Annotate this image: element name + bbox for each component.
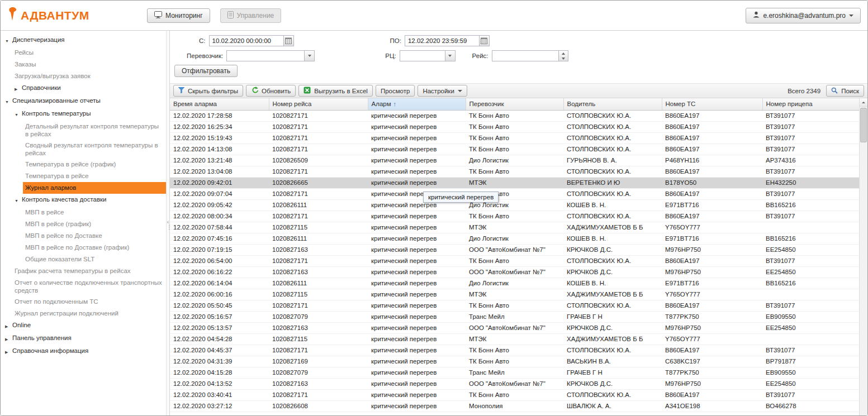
monitoring-button[interactable]: Мониторинг — [147, 8, 210, 23]
chevron-right-icon[interactable]: ▶ — [5, 334, 12, 343]
chevron-down-icon[interactable]: ▼ — [5, 36, 12, 45]
sidebar-item[interactable]: ▶Online — [1, 319, 166, 332]
quantity-stepper[interactable] — [559, 50, 568, 61]
table-cell — [762, 333, 859, 345]
table-row[interactable]: 12.02.2020 04:31:391020827169критический… — [170, 356, 859, 367]
table-cell: 12.02.2020 09:42:01 — [170, 177, 269, 188]
sidebar-item[interactable]: ▶Панель управления — [1, 332, 166, 345]
export-excel-button[interactable]: Выгрузить в Excel — [298, 85, 373, 97]
table-row[interactable]: 12.02.2020 08:00:341020827171критический… — [170, 211, 859, 222]
rc-combo-input[interactable] — [400, 50, 445, 61]
table-cell: критический перегрев — [368, 132, 466, 144]
management-button[interactable]: Управление — [220, 8, 282, 23]
chevron-right-icon[interactable]: ▶ — [5, 321, 12, 331]
table-row[interactable]: 12.02.2020 04:54:281020827115критический… — [170, 333, 859, 345]
user-menu-button[interactable]: e.eroshkina@advantum.pro — [746, 8, 861, 23]
column-header[interactable]: Перевозчик — [466, 98, 563, 110]
carrier-combo-input[interactable] — [226, 50, 305, 61]
hide-filters-button[interactable]: Скрыть фильтры — [173, 85, 243, 97]
spinner-up-icon[interactable] — [559, 51, 568, 56]
date-to-input[interactable] — [405, 35, 480, 46]
table-row[interactable]: 12.02.2020 07:45:161020826111критический… — [170, 233, 859, 244]
table-row[interactable]: 12.02.2020 07:19:151020827163критический… — [170, 244, 859, 255]
column-header[interactable]: Водитель — [563, 98, 662, 110]
sidebar-item[interactable]: Детальный результат контроля температуры… — [1, 121, 166, 140]
sidebar-item[interactable]: МВП в рейсе по Доставке — [1, 230, 166, 242]
table-row[interactable]: 12.02.2020 16:25:341020827171критический… — [170, 121, 859, 132]
trip-number-input[interactable] — [492, 50, 559, 61]
sidebar-item[interactable]: Температура в рейсе — [1, 170, 166, 182]
apply-filter-button[interactable]: Отфильтровать — [174, 65, 238, 77]
logo-text: АДВАНТУМ — [21, 9, 89, 22]
collapse-left-icon[interactable]: ‹⋮ — [167, 219, 169, 229]
table-row[interactable]: 12.02.2020 17:28:581020827171критический… — [170, 110, 859, 121]
table-row[interactable]: 12.02.2020 06:00:161020827115критический… — [170, 289, 859, 300]
date-from-input[interactable] — [209, 35, 284, 46]
column-header[interactable]: Номер ТС — [662, 98, 762, 110]
sidebar-item[interactable]: Температура в рейсе (график) — [1, 159, 166, 170]
table-row[interactable]: 12.02.2020 13:04:081020827171критический… — [170, 166, 859, 177]
chevron-down-icon[interactable] — [445, 50, 456, 61]
chevron-down-icon[interactable] — [305, 50, 315, 61]
sidebar-item-label: Специализированные отчеты — [12, 97, 163, 104]
sidebar-item[interactable]: График расчета температуры в рейсах — [1, 265, 166, 277]
spinner-down-icon[interactable] — [559, 56, 568, 61]
table-row[interactable]: 12.02.2020 03:40:411020827171критический… — [170, 389, 859, 400]
sidebar-item[interactable]: Заказы — [1, 59, 166, 70]
sidebar-item[interactable]: Отчет по подключенным ТС — [1, 296, 166, 308]
scroll-up-icon[interactable] — [860, 98, 867, 107]
table-row[interactable]: 12.02.2020 06:16:221020827163критический… — [170, 266, 859, 278]
monitoring-button-label: Мониторинг — [165, 12, 203, 20]
table-row[interactable]: 12.02.2020 14:13:081020827171критический… — [170, 144, 859, 155]
sidebar-item[interactable]: ▶Справочники — [1, 82, 166, 95]
sidebar-item[interactable]: ▼Диспетчеризация — [1, 34, 166, 47]
calendar-icon[interactable] — [480, 35, 490, 46]
view-button[interactable]: Просмотр — [376, 85, 415, 97]
calendar-icon[interactable] — [284, 35, 294, 46]
refresh-button[interactable]: Обновить — [246, 85, 296, 97]
table-row[interactable]: 12.02.2020 09:42:011020826665критический… — [170, 177, 859, 188]
sidebar-item[interactable]: ▼Контроль температуры — [1, 108, 166, 121]
sidebar-item[interactable]: ▼Специализированные отчеты — [1, 95, 166, 108]
column-header[interactable]: Номер рейса — [269, 98, 368, 110]
table-row[interactable]: 12.02.2020 09:07:041020827171критический… — [170, 188, 859, 199]
chevron-right-icon[interactable]: ▶ — [15, 84, 22, 93]
chevron-down-icon[interactable]: ▼ — [15, 109, 22, 119]
table-row[interactable]: 12.02.2020 05:50:451020827171критический… — [170, 300, 859, 311]
sidebar-item[interactable]: Сводный результат контроля температуры в… — [1, 140, 166, 159]
sidebar-item[interactable]: Журнал регистрации подключений — [1, 308, 166, 319]
sidebar-item[interactable]: МВП в рейсе по Доставке (график) — [1, 242, 166, 254]
column-header[interactable]: Аларм↑ — [368, 98, 466, 110]
sidebar-item[interactable]: МВП в рейсе (график) — [1, 218, 166, 230]
search-button[interactable]: Поиск — [826, 85, 864, 97]
table-row[interactable]: 12.02.2020 04:15:281020827079критический… — [170, 367, 859, 378]
settings-button[interactable]: Настройки — [418, 85, 467, 97]
sidebar-item[interactable]: Общие показатели SLT — [1, 254, 166, 265]
sidebar-item[interactable]: МВП в рейсе — [1, 207, 166, 218]
chevron-down-icon[interactable]: ▼ — [15, 195, 22, 205]
table-row[interactable]: 12.02.2020 03:27:121020826608критический… — [170, 400, 859, 412]
table-row[interactable]: 12.02.2020 13:21:481020826509критический… — [170, 155, 859, 166]
sidebar-item[interactable]: Рейсы — [1, 47, 166, 59]
chevron-right-icon[interactable]: ▶ — [5, 347, 12, 356]
sidebar-item[interactable]: ▼Контроль качества доставки — [1, 194, 166, 207]
table-row[interactable]: 12.02.2020 04:45:371020827171критический… — [170, 345, 859, 356]
sidebar-item[interactable]: ▶Справочная информация — [1, 345, 166, 358]
table-row[interactable]: 12.02.2020 09:05:421020826111критический… — [170, 199, 859, 211]
table-row[interactable]: 12.02.2020 06:14:041020826111критический… — [170, 278, 859, 289]
sidebar-item[interactable]: Загрузка/выгрузка заявок — [1, 70, 166, 82]
scrollbar-thumb[interactable] — [860, 108, 867, 142]
table-row[interactable]: 12.02.2020 04:13:521020827163критический… — [170, 378, 859, 389]
vertical-scrollbar[interactable] — [859, 98, 867, 415]
sidebar-item[interactable]: Отчет о количестве подключенных транспор… — [1, 277, 166, 296]
sidebar-splitter[interactable]: ‹⋮ — [166, 31, 170, 415]
table-row[interactable]: 12.02.2020 05:13:571020827163критический… — [170, 322, 859, 333]
table-row[interactable]: 12.02.2020 05:16:571020827079критический… — [170, 311, 859, 322]
table-row[interactable]: 12.02.2020 15:19:431020827171критический… — [170, 132, 859, 144]
chevron-down-icon[interactable]: ▼ — [5, 97, 12, 106]
sidebar-item[interactable]: Журнал алармов — [23, 182, 166, 194]
column-header[interactable]: Время аларма — [170, 98, 269, 110]
table-row[interactable]: 12.02.2020 06:54:001020827171критический… — [170, 255, 859, 266]
column-header[interactable]: Номер прицепа — [762, 98, 859, 110]
table-row[interactable]: 12.02.2020 07:58:441020827115критический… — [170, 222, 859, 233]
